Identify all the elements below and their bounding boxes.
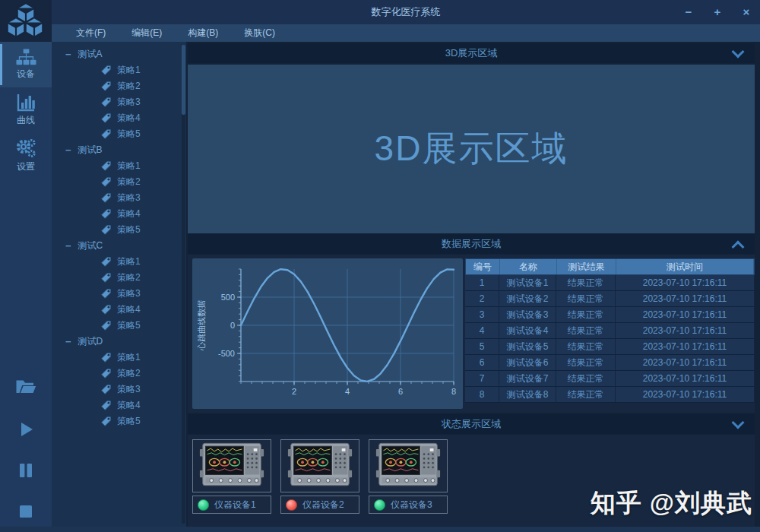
open-folder-button[interactable] (0, 375, 52, 397)
tree-item[interactable]: 策略4 (52, 302, 186, 318)
device-status-label[interactable]: 仪器设备1 (192, 496, 271, 514)
panel-header-status[interactable]: 状态展示区域 (188, 414, 755, 434)
table-cell: 结果正常 (556, 339, 616, 354)
table-row[interactable]: 6测试设备6结果正常2023-07-10 17:16:11 (465, 355, 755, 371)
chevron-down-icon (732, 46, 745, 59)
sidebar-item-settings[interactable]: 设置 (0, 133, 52, 179)
tree-item-label: 策略3 (117, 192, 141, 204)
table-cell: 结果正常 (556, 371, 616, 386)
tree-item-label: 策略4 (117, 207, 141, 220)
device-status-label[interactable]: 仪器设备3 (369, 496, 448, 514)
tree-group[interactable]: −测试B (52, 142, 186, 158)
svg-text:6: 6 (398, 387, 403, 396)
menu-item[interactable]: 编辑(E) (124, 24, 169, 42)
collapse-icon[interactable]: − (65, 142, 71, 158)
tree-group[interactable]: −测试C (52, 238, 186, 254)
tree-item[interactable]: 策略5 (52, 126, 186, 142)
tree-item[interactable]: 策略1 (52, 62, 186, 78)
device-image (192, 439, 271, 492)
table-cell: 2023-07-10 17:16:11 (616, 371, 755, 386)
tree-item-label: 策略2 (117, 80, 141, 93)
table-row[interactable]: 3测试设备3结果正常2023-07-10 17:16:11 (465, 307, 755, 323)
pause-icon (17, 462, 34, 479)
result-table-header: 编号 名称 测试结果 测试时间 (465, 258, 755, 275)
device-card[interactable]: 仪器设备3 (369, 439, 448, 514)
device-status-label[interactable]: 仪器设备2 (280, 496, 359, 514)
tree-scrollbar-thumb[interactable] (182, 45, 185, 115)
tree-item[interactable]: 策略3 (52, 382, 186, 397)
collapse-icon[interactable]: − (65, 46, 71, 62)
tag-icon (100, 320, 112, 331)
sidebar-item-label: 设备 (17, 68, 35, 81)
table-cell: 测试设备3 (499, 307, 556, 322)
collapse-icon[interactable]: − (65, 334, 71, 350)
menu-item[interactable]: 文件(F) (68, 24, 113, 42)
tree-item[interactable]: 策略2 (52, 270, 186, 286)
tree-item-label: 策略1 (117, 64, 141, 77)
close-button[interactable]: × (737, 4, 755, 21)
tag-icon (100, 416, 112, 427)
device-card[interactable]: 仪器设备2 (280, 439, 359, 514)
panel-header-3d[interactable]: 3D展示区域 (188, 43, 755, 63)
tag-icon (100, 192, 112, 204)
chevron-up-icon (732, 241, 745, 254)
table-row[interactable]: 2测试设备2结果正常2023-07-10 17:16:11 (465, 291, 755, 307)
collapse-icon[interactable]: − (65, 238, 71, 254)
panel-title: 状态展示区域 (442, 417, 501, 431)
tree-item[interactable]: 策略5 (52, 222, 186, 238)
tree-group[interactable]: −测试A (52, 46, 186, 62)
table-row[interactable]: 5测试设备5结果正常2023-07-10 17:16:11 (465, 339, 755, 355)
tree-item-label: 策略5 (117, 128, 141, 141)
play-button[interactable] (0, 418, 52, 441)
maximize-button[interactable]: + (708, 4, 727, 21)
svg-text:心跳曲线数据: 心跳曲线数据 (197, 300, 206, 351)
sidebar-item-curves[interactable]: 曲线 (0, 87, 52, 133)
tree-scrollbar[interactable] (182, 45, 185, 524)
minimize-button[interactable]: − (679, 4, 698, 21)
sidebar-item-devices[interactable]: 设备 (0, 42, 52, 87)
svg-text:2: 2 (292, 387, 296, 396)
tree-item-label: 策略2 (117, 176, 141, 188)
result-table: 编号 名称 测试结果 测试时间 1测试设备1结果正常2023-07-10 17:… (465, 258, 755, 403)
stop-button[interactable] (0, 500, 52, 523)
table-row[interactable]: 4测试设备4结果正常2023-07-10 17:16:11 (465, 323, 755, 339)
tree-item[interactable]: 策略2 (52, 366, 186, 382)
panel-header-data[interactable]: 数据展示区域 (188, 234, 755, 254)
tag-icon (100, 97, 112, 108)
svg-text:4: 4 (345, 387, 350, 396)
tree-item[interactable]: 策略3 (52, 94, 186, 110)
menu-item[interactable]: 换肤(C) (236, 24, 283, 42)
tree-item[interactable]: 策略3 (52, 286, 186, 302)
menu-item[interactable]: 构建(B) (180, 24, 226, 42)
tree-item[interactable]: 策略1 (52, 350, 186, 366)
watermark-text: 知乎 @刘典武 (591, 486, 752, 521)
tag-icon (100, 256, 112, 268)
column-header: 编号 (466, 259, 500, 274)
tree-item[interactable]: 策略5 (52, 413, 186, 429)
table-row[interactable]: 8测试设备8结果正常2023-07-10 17:16:11 (465, 387, 755, 403)
gears-icon (16, 138, 36, 158)
tree-item[interactable]: 策略1 (52, 158, 186, 174)
tree-item[interactable]: 策略3 (52, 190, 186, 206)
tree-item[interactable]: 策略4 (52, 110, 186, 126)
column-header: 测试结果 (557, 259, 616, 274)
svg-text:8: 8 (451, 387, 456, 396)
pause-button[interactable] (0, 459, 52, 482)
tree-item[interactable]: 策略4 (52, 397, 186, 413)
status-strip (0, 527, 760, 532)
bar-chart-icon (16, 93, 36, 112)
tree-item-label: 策略5 (117, 223, 141, 236)
tree-item[interactable]: 策略2 (52, 78, 186, 94)
tree-item-label: 策略1 (117, 160, 141, 173)
tree-item[interactable]: 策略4 (52, 206, 186, 222)
table-cell: 测试设备5 (499, 339, 556, 354)
tree-item[interactable]: 策略1 (52, 254, 186, 270)
tree-item[interactable]: 策略5 (52, 318, 186, 334)
table-row[interactable]: 1测试设备1结果正常2023-07-10 17:16:11 (465, 275, 755, 291)
tree-group[interactable]: −测试D (52, 334, 186, 350)
device-card[interactable]: 仪器设备1 (192, 439, 271, 514)
tree-item[interactable]: 策略2 (52, 174, 186, 190)
device-list: 仪器设备1 (192, 439, 448, 514)
app-window: 数字化医疗系统 − + × 文件(F)编辑(E)构建(B)换肤(C) 设备 (0, 0, 760, 532)
table-row[interactable]: 7测试设备7结果正常2023-07-10 17:16:11 (465, 371, 755, 387)
